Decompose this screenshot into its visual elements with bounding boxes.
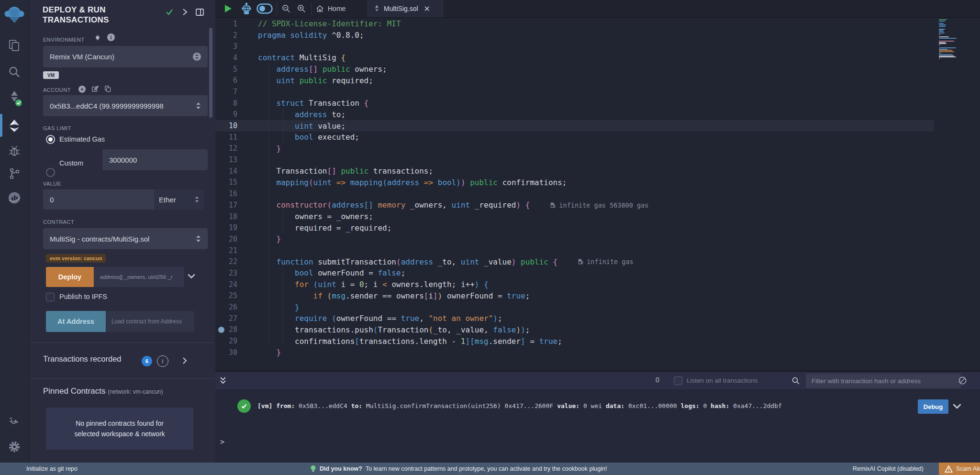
code-line: 26 } bbox=[215, 301, 934, 313]
git-init-label: Initialize as git repo bbox=[26, 465, 78, 472]
deploy-run-icon[interactable] bbox=[7, 118, 22, 133]
custom-gas-radio[interactable] bbox=[46, 168, 55, 177]
remix-logo-icon[interactable] bbox=[4, 4, 25, 25]
line-number[interactable]: 21 bbox=[215, 246, 244, 255]
edit-account-icon[interactable] bbox=[91, 85, 99, 92]
estimated-gas-radio[interactable] bbox=[46, 135, 55, 144]
transactions-info-icon[interactable]: i bbox=[157, 355, 168, 367]
line-number[interactable]: 22 bbox=[215, 257, 244, 266]
panel-check-icon[interactable] bbox=[165, 8, 174, 16]
contract-select[interactable]: MultiSig - contracts/MultiSig.sol bbox=[43, 228, 208, 249]
solidity-compiler-icon[interactable] bbox=[7, 90, 22, 106]
line-number[interactable]: 7 bbox=[215, 88, 244, 96]
ai-toggle-icon[interactable] bbox=[256, 3, 273, 14]
line-number[interactable]: 15 bbox=[215, 178, 244, 187]
line-number[interactable]: 18 bbox=[215, 212, 244, 221]
pinned-empty-box: No pinned contracts found for selected w… bbox=[46, 408, 193, 450]
line-number[interactable]: 30 bbox=[215, 348, 244, 357]
line-number[interactable]: 12 bbox=[215, 144, 244, 153]
git-icon[interactable] bbox=[8, 167, 21, 180]
expand-log-icon[interactable] bbox=[952, 401, 962, 411]
pinned-empty-line2: selected workspace & network bbox=[74, 429, 165, 439]
line-number[interactable]: 16 bbox=[215, 189, 244, 198]
active-plugin-indicator bbox=[0, 114, 2, 137]
deploy-button[interactable]: Deploy bbox=[46, 267, 94, 287]
settings-gear-icon[interactable] bbox=[8, 440, 21, 453]
scam-alert-button[interactable]: Scam Alert bbox=[939, 463, 980, 475]
code-area[interactable]: 1// SPDX-License-Identifier: MIT2pragma … bbox=[215, 18, 934, 358]
line-number[interactable]: 13 bbox=[215, 155, 244, 164]
panel-forward-icon[interactable] bbox=[181, 8, 189, 16]
deploy-expand-icon[interactable] bbox=[187, 272, 196, 280]
transaction-log[interactable]: [vm] from: 0x5B3...eddC4 to: MultiSig.co… bbox=[257, 402, 782, 409]
line-number[interactable]: 23 bbox=[215, 269, 244, 277]
transactions-expand-icon[interactable] bbox=[181, 357, 188, 365]
terminal: 0 Listen on all transactions [vm] from: … bbox=[215, 371, 980, 464]
transaction-filter-input[interactable] bbox=[806, 374, 961, 388]
plug-icon[interactable] bbox=[94, 34, 101, 41]
account-select[interactable]: 0x5B3...eddC4 (99.9999999999998 bbox=[43, 95, 208, 116]
code-line: 30 } bbox=[215, 347, 934, 358]
line-number[interactable]: 14 bbox=[215, 167, 244, 176]
code-line: 21 bbox=[215, 245, 934, 256]
copilot-status[interactable]: RemixAI Copilot (disabled) bbox=[853, 463, 924, 475]
line-number[interactable]: 27 bbox=[215, 314, 244, 323]
minimap-line bbox=[939, 51, 954, 52]
search-icon[interactable] bbox=[8, 66, 21, 78]
file-explorer-icon[interactable] bbox=[8, 39, 21, 52]
line-number[interactable]: 20 bbox=[215, 235, 244, 243]
add-account-icon[interactable]: + bbox=[78, 86, 86, 93]
tab-home[interactable]: Home bbox=[311, 0, 368, 17]
line-number[interactable]: 29 bbox=[215, 337, 244, 345]
close-tab-icon[interactable]: ✕ bbox=[424, 4, 430, 13]
line-number[interactable]: 11 bbox=[215, 133, 244, 142]
debugger-icon[interactable] bbox=[8, 144, 21, 157]
line-number[interactable]: 6 bbox=[215, 76, 244, 85]
clear-filter-icon[interactable] bbox=[958, 376, 967, 385]
zoom-in-icon[interactable] bbox=[297, 4, 306, 13]
collapse-terminal-icon[interactable] bbox=[219, 376, 227, 385]
contract-stepper-icon bbox=[196, 235, 201, 242]
line-number[interactable]: 25 bbox=[215, 291, 244, 300]
line-number[interactable]: 5 bbox=[215, 65, 244, 74]
line-number[interactable]: 10 bbox=[215, 122, 244, 130]
listen-transactions-checkbox[interactable] bbox=[674, 376, 682, 385]
environment-info-icon[interactable]: i bbox=[107, 33, 115, 41]
zoom-out-icon[interactable] bbox=[281, 4, 291, 13]
line-number[interactable]: 9 bbox=[215, 110, 244, 119]
pin-panel-icon[interactable] bbox=[195, 8, 204, 17]
gas-limit-label: GAS LIMIT bbox=[43, 125, 71, 131]
line-number[interactable]: 1 bbox=[215, 20, 244, 28]
tab-multisig[interactable]: MultiSig.sol ✕ bbox=[368, 0, 443, 17]
copy-account-icon[interactable] bbox=[104, 85, 111, 92]
line-number[interactable]: 4 bbox=[215, 54, 244, 62]
value-input[interactable]: 0 bbox=[43, 189, 167, 210]
line-number[interactable]: 3 bbox=[215, 42, 244, 51]
debug-button[interactable]: Debug bbox=[918, 399, 948, 414]
environment-select[interactable]: Remix VM (Cancun) bbox=[43, 46, 208, 67]
line-number[interactable]: 24 bbox=[215, 280, 244, 289]
separator bbox=[277, 2, 277, 15]
breakpoint-dot[interactable] bbox=[218, 327, 224, 333]
ai-assistant-icon[interactable] bbox=[240, 2, 253, 15]
code-line: 8 struct Transaction { bbox=[215, 98, 934, 109]
line-number[interactable]: 19 bbox=[215, 223, 244, 232]
line-number[interactable]: 2 bbox=[215, 31, 244, 40]
analytics-icon[interactable] bbox=[8, 191, 22, 205]
line-number[interactable]: 8 bbox=[215, 99, 244, 108]
at-address-button[interactable]: At Address bbox=[46, 311, 106, 332]
value-label: VALUE bbox=[43, 181, 61, 187]
at-address-input[interactable]: Load contract from Address bbox=[106, 311, 194, 332]
publish-ipfs-checkbox[interactable] bbox=[46, 293, 55, 301]
panel-scrollbar[interactable] bbox=[209, 28, 212, 118]
plugin-manager-icon[interactable] bbox=[8, 413, 21, 426]
run-script-icon[interactable] bbox=[223, 4, 233, 13]
custom-gas-input[interactable]: 3000000 bbox=[102, 149, 208, 170]
line-number[interactable]: 26 bbox=[215, 303, 244, 311]
terminal-search-icon[interactable] bbox=[791, 376, 800, 385]
git-init-button[interactable]: Initialize as git repo bbox=[26, 463, 78, 475]
line-number[interactable]: 17 bbox=[215, 201, 244, 210]
terminal-prompt[interactable]: > bbox=[220, 438, 224, 446]
value-unit-select[interactable]: Ether bbox=[154, 189, 204, 210]
deploy-params-input[interactable]: address[] _owners, uint256 _r bbox=[94, 267, 184, 287]
